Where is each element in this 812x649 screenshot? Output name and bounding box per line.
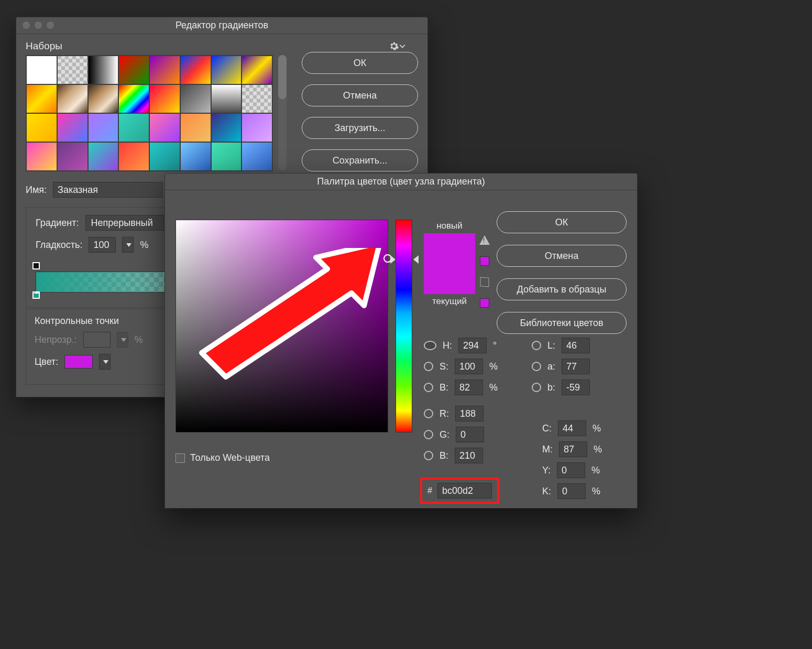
websafe-swatch[interactable] [480,298,489,308]
preset-swatch[interactable] [242,84,272,113]
preset-swatch[interactable] [118,142,149,171]
c-input[interactable] [558,420,586,436]
chevron-down-icon [121,338,126,342]
g-radio[interactable] [424,430,433,439]
hex-input[interactable] [437,483,492,499]
preset-swatch[interactable] [88,84,119,113]
window-controls[interactable] [23,21,54,29]
ok-button[interactable]: ОК [497,211,627,233]
preset-swatch[interactable] [211,142,242,171]
preset-swatch[interactable] [57,56,88,84]
r-radio[interactable] [424,409,433,418]
m-input[interactable] [559,441,587,457]
preset-swatch[interactable] [211,113,242,142]
gradient-type-select[interactable]: Непрерывный [85,215,164,231]
preset-swatch[interactable] [88,56,119,84]
save-label: Сохранить... [333,155,387,166]
preset-swatch[interactable] [211,56,242,84]
smoothness-input[interactable] [89,237,116,253]
preset-swatch[interactable] [149,142,180,171]
cancel-button[interactable]: Отмена [302,84,418,106]
hue-slider[interactable] [396,220,412,432]
a-input[interactable] [562,359,590,374]
a-radio[interactable] [532,362,541,371]
opacity-input [83,332,111,348]
preset-swatch[interactable] [242,113,272,142]
y-input[interactable] [557,462,585,478]
color-stepper[interactable] [99,354,111,370]
lab-b-radio[interactable] [532,383,541,392]
l-radio[interactable] [532,341,541,350]
gradient-name-input[interactable] [53,182,163,198]
gradient-editor-titlebar[interactable]: Редактор градиентов [16,17,427,34]
l-input[interactable] [562,338,590,353]
preset-swatch[interactable] [211,84,242,113]
gear-icon [389,41,399,51]
add-to-swatches-button[interactable]: Добавить в образцы [497,278,627,300]
preset-swatch[interactable] [26,113,57,142]
presets-menu-button[interactable] [389,41,405,51]
preset-swatch[interactable] [242,142,272,171]
saturation-value-field[interactable] [175,220,388,432]
add-label: Добавить в образцы [517,284,607,295]
opacity-stepper [117,332,128,348]
preset-swatch[interactable] [26,142,57,171]
preset-swatch[interactable] [180,56,211,84]
bch-radio[interactable] [424,451,433,460]
load-button[interactable]: Загрузить... [302,117,418,139]
cube-icon[interactable] [480,277,489,287]
hue-pointer-right[interactable] [413,255,419,264]
smoothness-stepper[interactable] [122,237,134,253]
color-libraries-button[interactable]: Библиотеки цветов [497,312,627,334]
gamut-swatch[interactable] [480,256,489,266]
s-radio[interactable] [424,362,433,371]
preset-swatch[interactable] [180,142,211,171]
preset-swatch[interactable] [26,56,57,84]
save-button[interactable]: Сохранить... [302,149,418,171]
preset-swatch[interactable] [149,84,180,113]
r-input[interactable] [455,406,484,421]
preset-swatch[interactable] [242,56,272,84]
preset-swatch[interactable] [57,113,88,142]
preset-swatch[interactable] [149,113,180,142]
opacity-stop[interactable] [32,262,40,269]
b-radio[interactable] [424,383,433,392]
gamut-warning-icon[interactable] [479,235,490,245]
preset-swatch[interactable] [118,56,149,84]
s-input[interactable] [455,359,483,374]
minimize-icon[interactable] [35,21,42,29]
lab-b-input[interactable] [562,380,590,395]
close-icon[interactable] [23,21,30,29]
preset-swatch[interactable] [26,84,57,113]
b-input[interactable] [455,380,483,395]
percent-sign: % [591,465,600,476]
preset-swatch[interactable] [88,142,119,171]
preset-swatch[interactable] [57,84,88,113]
preset-swatch[interactable] [149,56,180,84]
color-picker-titlebar[interactable]: Палитра цветов (цвет узла градиента) [165,174,637,190]
cancel-button[interactable]: Отмена [497,245,627,267]
preset-swatch[interactable] [57,142,88,171]
presets-grid[interactable] [26,55,273,171]
ok-button[interactable]: ОК [302,52,418,74]
presets-scrollbar[interactable] [278,55,287,170]
bch-input[interactable] [455,448,483,463]
preset-swatch[interactable] [118,84,149,113]
hue-pointer-left[interactable] [390,255,396,264]
zoom-icon[interactable] [47,21,54,29]
opacity-label: Непрозр.: [35,334,77,345]
preset-swatch[interactable] [180,84,211,113]
color-swatch[interactable] [64,355,93,369]
only-web-checkbox[interactable] [175,453,185,463]
preset-swatch[interactable] [118,113,149,142]
k-input[interactable] [557,483,586,499]
g-input[interactable] [456,427,484,442]
preset-swatch[interactable] [88,113,119,142]
current-color-swatch[interactable] [424,264,475,294]
preset-swatch[interactable] [180,113,211,142]
color-stop[interactable] [32,291,40,299]
h-input[interactable] [458,338,487,353]
h-radio[interactable] [424,341,436,350]
h-label: H: [443,340,452,351]
percent-sign: % [489,361,498,372]
